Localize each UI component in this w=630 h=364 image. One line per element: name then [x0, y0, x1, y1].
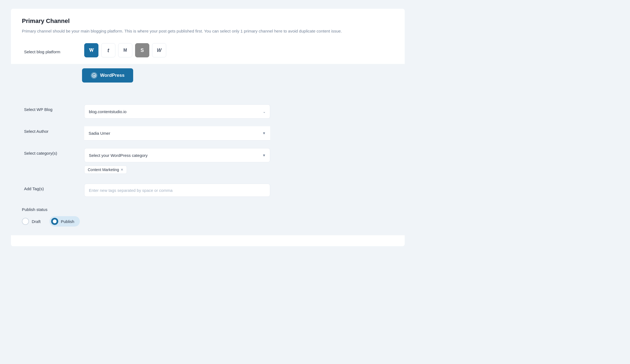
page-description: Primary channel should be your main blog… [22, 28, 377, 34]
author-label: Select Author [24, 126, 84, 134]
tags-input[interactable] [84, 184, 270, 197]
squarespace-letter-icon: S [141, 48, 144, 53]
tags-row: Add Tag(s) [22, 184, 394, 197]
tumblr-letter-icon: t [107, 47, 109, 54]
webflow-letter-icon: W [157, 48, 162, 53]
draft-label: Draft [32, 219, 41, 224]
category-tag-label: Content Marketing [88, 168, 119, 172]
category-row: Select category(s) Select your WordPress… [22, 148, 394, 176]
platform-label: Select blog platform [24, 47, 84, 54]
wordpress-badge-logo: W [91, 72, 97, 79]
svg-text:W: W [93, 74, 96, 77]
wp-blog-row: Select WP Blog blog.contentstudio.io ⌄ [22, 99, 394, 119]
publish-status-radio-group: Draft Publish [22, 216, 394, 227]
publish-status-label: Publish status [22, 204, 82, 212]
medium-letter-icon: M [123, 48, 127, 53]
platform-selection-row: Select blog platform 𝐖 t M S W [22, 43, 394, 57]
category-section: Select your WordPress category ▼ Content… [84, 148, 270, 176]
wordpress-badge-label: WordPress [100, 73, 124, 78]
category-select-wrapper: Select your WordPress category ▼ [84, 148, 270, 162]
page-title: Primary Channel [22, 17, 394, 25]
category-label: Select category(s) [24, 148, 84, 155]
platform-medium-btn[interactable]: M [118, 43, 132, 57]
platform-webflow-btn[interactable]: W [152, 43, 166, 57]
wp-blog-select-wrapper: blog.contentstudio.io ⌄ [84, 104, 270, 119]
form-fields-section: Select WP Blog blog.contentstudio.io ⌄ S… [11, 97, 405, 235]
category-tag-content-marketing: Content Marketing ✕ [84, 166, 127, 174]
author-value: Sadia Umer [89, 131, 110, 136]
wp-blog-label: Select WP Blog [24, 104, 84, 112]
publish-label: Publish [61, 219, 74, 224]
author-select-display[interactable]: Sadia Umer ▼ [84, 126, 270, 140]
wordpress-letter-icon: 𝐖 [89, 48, 94, 53]
category-tag-remove-btn[interactable]: ✕ [121, 168, 123, 172]
author-select-wrapper: Sadia Umer ▼ [84, 126, 270, 140]
publish-status-section: Publish status Draft Publish [22, 204, 394, 227]
category-select[interactable]: Select your WordPress category [84, 148, 270, 162]
publish-option[interactable]: Publish [49, 216, 80, 227]
wordpress-selected-badge[interactable]: W WordPress [82, 68, 133, 83]
platform-tumblr-btn[interactable]: t [101, 43, 115, 57]
publish-radio-circle [51, 218, 58, 225]
platform-wordpress-btn[interactable]: 𝐖 [84, 43, 98, 57]
platform-icons-group: 𝐖 t M S W [84, 43, 166, 57]
tags-label: Add Tag(s) [24, 184, 84, 191]
draft-radio-circle [22, 218, 29, 225]
page-container: Primary Channel Primary channel should b… [11, 9, 405, 246]
wp-blog-select[interactable]: blog.contentstudio.io [84, 104, 270, 119]
author-row: Select Author Sadia Umer ▼ [22, 126, 394, 140]
platform-squarespace-btn[interactable]: S [135, 43, 149, 57]
author-chevron-icon: ▼ [262, 131, 266, 135]
draft-option[interactable]: Draft [22, 216, 41, 227]
